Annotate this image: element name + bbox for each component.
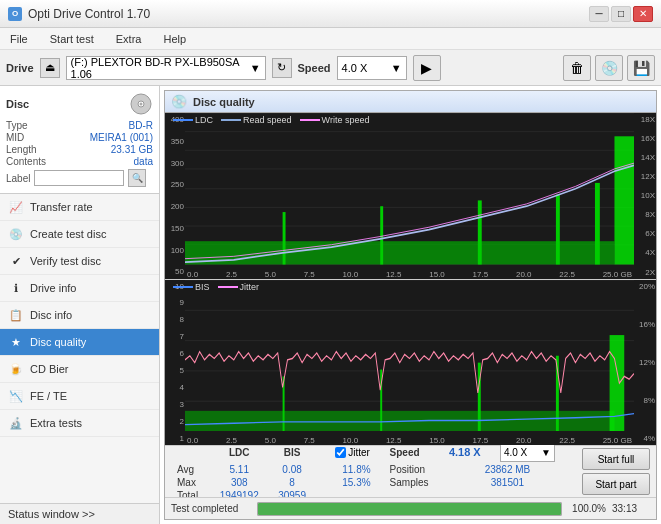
disc-type-label: Type <box>6 120 28 131</box>
read-speed-legend-dot <box>221 119 241 121</box>
title-controls: ─ □ ✕ <box>589 6 653 22</box>
jitter-checkbox[interactable] <box>335 447 346 458</box>
verify-test-disc-icon: ✔ <box>8 253 24 269</box>
bottom-chart-y-labels-right: 20% 16% 12% 8% 4% <box>634 280 656 446</box>
write-speed-legend-label: Write speed <box>322 115 370 125</box>
bottom-chart-x-labels: 0.0 2.5 5.0 7.5 10.0 12.5 15.0 17.5 20.0… <box>185 436 634 445</box>
sidebar-item-disc-quality[interactable]: ★ Disc quality <box>0 329 159 356</box>
disc-label-input[interactable] <box>34 170 124 186</box>
disc-contents-value: data <box>134 156 153 167</box>
title-bar-left: O Opti Drive Control 1.70 <box>8 7 150 21</box>
svg-rect-12 <box>185 241 614 264</box>
speed-value-display: 4.18 X <box>449 446 481 458</box>
go-button[interactable]: ▶ <box>413 55 441 81</box>
bottom-chart-y-labels-left: 10 9 8 7 6 5 4 3 2 1 <box>165 280 185 446</box>
fe-te-label: FE / TE <box>30 390 67 402</box>
position-value: 23862 MB <box>443 463 572 476</box>
progress-fill <box>258 503 561 515</box>
top-chart: LDC Read speed Write speed 400 <box>165 113 656 280</box>
svg-rect-14 <box>380 206 383 264</box>
bottom-chart-legend: BIS Jitter <box>173 282 259 292</box>
progress-percentage: 100.0% <box>568 503 606 514</box>
time-display: 33:13 <box>612 503 650 514</box>
toolbar: Drive ⏏ (F:) PLEXTOR BD-R PX-LB950SA 1.0… <box>0 50 661 86</box>
menu-extra[interactable]: Extra <box>112 31 146 47</box>
close-button[interactable]: ✕ <box>633 6 653 22</box>
avg-row-label: Avg <box>171 463 210 476</box>
write-speed-legend: Write speed <box>300 115 370 125</box>
svg-rect-15 <box>478 200 482 264</box>
extra-tests-icon: 🔬 <box>8 415 24 431</box>
jitter-legend: Jitter <box>218 282 260 292</box>
speed-select[interactable]: 4.0 X ▼ <box>337 56 407 80</box>
extra-tests-label: Extra tests <box>30 417 82 429</box>
ldc-legend-label: LDC <box>195 115 213 125</box>
drive-select[interactable]: (F:) PLEXTOR BD-R PX-LB950SA 1.06 ▼ <box>66 56 266 80</box>
create-test-disc-label: Create test disc <box>30 228 106 240</box>
maximize-button[interactable]: □ <box>611 6 631 22</box>
ldc-legend-dot <box>173 119 193 121</box>
save-icon[interactable]: 💾 <box>627 55 655 81</box>
erase-icon[interactable]: 🗑 <box>563 55 591 81</box>
sidebar-item-extra-tests[interactable]: 🔬 Extra tests <box>0 410 159 437</box>
disc-svg-icon <box>129 92 153 116</box>
jitter-checkbox-label: Jitter <box>335 447 377 458</box>
disc-quality-panel: 💿 Disc quality LDC Read speed <box>164 90 657 520</box>
svg-rect-18 <box>614 136 634 264</box>
samples-label: Samples <box>384 476 443 489</box>
drive-refresh-icon[interactable]: ↻ <box>272 58 292 78</box>
max-jitter-value: 15.3% <box>329 476 383 489</box>
disc-mid-label: MID <box>6 132 24 143</box>
progress-bar-area: Test completed 100.0% 33:13 <box>165 497 656 519</box>
disc-label-button[interactable]: 🔍 <box>128 169 146 187</box>
transfer-rate-label: Transfer rate <box>30 201 93 213</box>
sidebar-item-create-test-disc[interactable]: 💿 Create test disc <box>0 221 159 248</box>
start-part-button[interactable]: Start part <box>582 473 650 495</box>
top-chart-y-labels-right: 18X 16X 14X 12X 10X 8X 6X 4X 2X <box>634 113 656 279</box>
bis-legend-label: BIS <box>195 282 210 292</box>
bottom-chart-inner <box>185 280 634 432</box>
menu-start-test[interactable]: Start test <box>46 31 98 47</box>
menu-help[interactable]: Help <box>159 31 190 47</box>
drive-info-icon: ℹ <box>8 280 24 296</box>
burn-icon[interactable]: 💿 <box>595 55 623 81</box>
disc-panel-title: Disc <box>6 98 29 110</box>
menu-file[interactable]: File <box>6 31 32 47</box>
speed-val-select[interactable]: 4.0 X ▼ <box>500 442 555 462</box>
sidebar-item-verify-test-disc[interactable]: ✔ Verify test disc <box>0 248 159 275</box>
drive-eject-icon[interactable]: ⏏ <box>40 58 60 78</box>
status-window-label: Status window >> <box>8 508 95 520</box>
minimize-button[interactable]: ─ <box>589 6 609 22</box>
disc-mid-value: MEIRA1 (001) <box>90 132 153 143</box>
menu-bar: File Start test Extra Help <box>0 28 661 50</box>
top-chart-legend: LDC Read speed Write speed <box>173 115 369 125</box>
disc-contents-label: Contents <box>6 156 46 167</box>
sidebar-item-drive-info[interactable]: ℹ Drive info <box>0 275 159 302</box>
avg-jitter-value: 11.8% <box>329 463 383 476</box>
cd-bier-label: CD Bier <box>30 363 69 375</box>
bis-legend: BIS <box>173 282 210 292</box>
sidebar-item-fe-te[interactable]: 📉 FE / TE <box>0 383 159 410</box>
start-full-button[interactable]: Start full <box>582 448 650 470</box>
top-chart-x-labels: 0.0 2.5 5.0 7.5 10.0 12.5 15.0 17.5 20.0… <box>185 270 634 279</box>
disc-quality-title: Disc quality <box>193 96 255 108</box>
top-chart-inner <box>185 113 634 265</box>
sidebar-item-disc-info[interactable]: 📋 Disc info <box>0 302 159 329</box>
sidebar-item-cd-bier[interactable]: 🍺 CD Bier <box>0 356 159 383</box>
status-window[interactable]: Status window >> <box>0 503 159 524</box>
charts-area: LDC Read speed Write speed 400 <box>165 113 656 445</box>
svg-point-2 <box>140 103 143 106</box>
avg-bis-value: 0.08 <box>269 463 315 476</box>
max-row-label: Max <box>171 476 210 489</box>
cd-bier-icon: 🍺 <box>8 361 24 377</box>
disc-label-row: Label 🔍 <box>6 169 153 187</box>
verify-test-disc-label: Verify test disc <box>30 255 101 267</box>
disc-type-row: Type BD-R <box>6 120 153 131</box>
disc-info-label: Disc info <box>30 309 72 321</box>
avg-ldc-value: 5.11 <box>210 463 269 476</box>
progress-track <box>257 502 562 516</box>
sidebar-item-transfer-rate[interactable]: 📈 Transfer rate <box>0 194 159 221</box>
bottom-chart: BIS Jitter 10 9 8 7 6 5 <box>165 280 656 446</box>
status-text: Test completed <box>171 503 251 514</box>
read-speed-legend-label: Read speed <box>243 115 292 125</box>
